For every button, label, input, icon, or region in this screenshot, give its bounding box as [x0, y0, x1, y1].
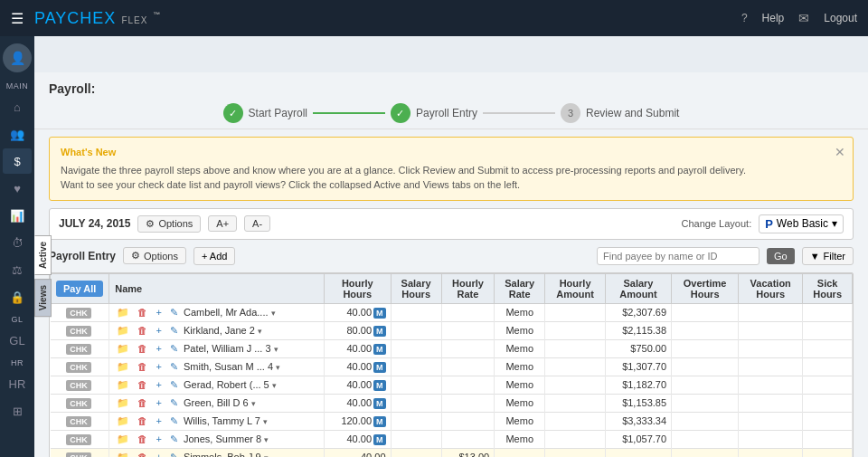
search-input[interactable] — [597, 247, 760, 265]
sidebar-item-people[interactable]: 👥 — [3, 121, 32, 147]
hamburger-icon[interactable]: ☰ — [11, 10, 24, 27]
add-row-icon[interactable]: + — [153, 451, 164, 458]
delete-icon[interactable]: 🗑 — [135, 396, 150, 409]
vacation-hours-cell — [739, 303, 803, 321]
add-row-icon[interactable]: + — [153, 396, 164, 409]
folder-icon[interactable]: 📁 — [114, 396, 132, 409]
table-row: CHK 📁 🗑 + ✎ Simmels, Bob J 9 ▾ 40.00$13.… — [51, 448, 853, 457]
add-row-icon[interactable]: + — [153, 414, 164, 427]
avatar: 👤 — [3, 43, 32, 72]
logo-flex: FLEX — [121, 15, 147, 25]
add-row-icon[interactable]: + — [153, 360, 164, 373]
side-tabs: Active Views — [34, 235, 52, 317]
hourly-hours-header: HourlyHours — [325, 273, 391, 303]
delete-icon[interactable]: 🗑 — [135, 342, 150, 355]
edit-icon[interactable]: ✎ — [167, 378, 181, 391]
add-button[interactable]: + Add — [193, 247, 235, 265]
row-code: CHK — [66, 362, 91, 373]
salary-hours-cell — [391, 321, 441, 339]
chevron-down-icon[interactable]: ▾ — [274, 345, 278, 354]
logout-link[interactable]: Logout — [824, 12, 857, 24]
filter-button[interactable]: ▼ Filter — [802, 247, 854, 265]
vacation-hours-cell — [739, 357, 803, 376]
add-row-icon[interactable]: + — [153, 378, 164, 391]
sidebar-item-gl[interactable]: GL — [3, 328, 32, 353]
delete-icon[interactable]: 🗑 — [135, 324, 150, 337]
hourly-amount-cell — [545, 321, 606, 339]
hourly-hours-cell: 40.00M — [325, 357, 391, 376]
chevron-down-icon[interactable]: ▾ — [264, 453, 269, 458]
sidebar-item-hr[interactable]: HR — [3, 371, 32, 396]
edit-icon[interactable]: ✎ — [167, 360, 181, 373]
folder-icon[interactable]: 📁 — [114, 360, 132, 373]
vacation-hours-cell — [739, 376, 803, 394]
message-icon[interactable]: ✉ — [798, 11, 809, 25]
views-tab[interactable]: Views — [34, 279, 52, 317]
delete-icon[interactable]: 🗑 — [135, 360, 150, 373]
chevron-down-icon[interactable]: ▾ — [258, 327, 262, 336]
date-options-button[interactable]: ⚙ Options — [137, 215, 201, 233]
delete-icon[interactable]: 🗑 — [135, 451, 150, 458]
delete-icon[interactable]: 🗑 — [135, 414, 150, 427]
edit-icon[interactable]: ✎ — [167, 342, 181, 355]
chevron-down-icon[interactable]: ▾ — [276, 363, 280, 372]
edit-icon[interactable]: ✎ — [167, 324, 181, 337]
pay-all-header: Pay All — [51, 273, 109, 303]
sidebar-item-reports[interactable]: 📊 — [3, 203, 32, 228]
entry-bar: Payroll Entry ⚙ Options + Add Go ▼ Filte… — [49, 243, 854, 269]
salary-rate-cell: Memo — [495, 376, 545, 394]
sick-hours-cell — [803, 412, 853, 430]
folder-icon[interactable]: 📁 — [114, 378, 132, 391]
edit-icon[interactable]: ✎ — [167, 306, 181, 319]
hourly-amount-cell — [545, 394, 606, 412]
delete-icon[interactable]: 🗑 — [135, 433, 150, 445]
delete-icon[interactable]: 🗑 — [135, 306, 150, 319]
decrease-font-button[interactable]: A- — [244, 215, 270, 232]
folder-icon[interactable]: 📁 — [114, 414, 132, 427]
entry-options-button[interactable]: ⚙ Options — [123, 247, 186, 264]
sidebar-item-grid[interactable]: ⊞ — [3, 398, 32, 424]
add-row-icon[interactable]: + — [153, 306, 164, 319]
chevron-down-icon[interactable]: ▾ — [264, 435, 269, 444]
filter-icon: ▼ — [810, 251, 820, 262]
gear-icon: ⚙ — [146, 218, 155, 230]
sidebar-section-hr: HR — [11, 358, 24, 367]
edit-icon[interactable]: ✎ — [167, 451, 181, 458]
sidebar-item-lock[interactable]: 🔒 — [3, 284, 32, 309]
edit-icon[interactable]: ✎ — [167, 396, 181, 409]
folder-icon[interactable]: 📁 — [114, 324, 132, 337]
increase-font-button[interactable]: A+ — [208, 215, 237, 232]
folder-icon[interactable]: 📁 — [114, 451, 132, 458]
active-tab[interactable]: Active — [34, 235, 52, 275]
sidebar-item-benefits[interactable]: ♥ — [3, 176, 32, 201]
page-title: Payroll: — [49, 81, 854, 96]
employee-name-text: Jones, Summer 8 — [184, 433, 261, 444]
folder-icon[interactable]: 📁 — [114, 342, 132, 355]
go-button[interactable]: Go — [767, 248, 795, 264]
close-icon[interactable]: ✕ — [835, 143, 845, 162]
pay-all-button[interactable]: Pay All — [56, 281, 103, 297]
layout-selector[interactable]: P Web Basic ▾ — [759, 214, 844, 233]
sidebar-item-time[interactable]: ⏱ — [3, 230, 32, 255]
sidebar-item-payroll[interactable]: $ — [3, 148, 32, 174]
edit-icon[interactable]: ✎ — [167, 433, 181, 445]
add-row-icon[interactable]: + — [153, 324, 164, 337]
whats-new-line2: Want to see your check date list and pay… — [61, 177, 842, 193]
add-row-icon[interactable]: + — [153, 342, 164, 355]
folder-icon[interactable]: 📁 — [114, 306, 132, 319]
chevron-down-icon[interactable]: ▾ — [271, 309, 276, 318]
chevron-down-icon[interactable]: ▾ — [263, 417, 268, 426]
delete-icon[interactable]: 🗑 — [135, 378, 150, 391]
salary-amount-cell: $2,115.38 — [605, 321, 671, 339]
payroll-entry-label: Payroll Entry — [49, 250, 116, 262]
edit-icon[interactable]: ✎ — [167, 414, 181, 427]
sidebar-item-home[interactable]: ⌂ — [3, 94, 32, 119]
chevron-down-icon[interactable]: ▾ — [251, 399, 256, 408]
folder-icon[interactable]: 📁 — [114, 433, 132, 445]
salary-rate-cell: Memo — [495, 394, 545, 412]
sidebar-item-compliance[interactable]: ⚖ — [3, 257, 32, 282]
help-link[interactable]: Help — [762, 12, 785, 24]
chevron-down-icon[interactable]: ▾ — [272, 381, 277, 390]
top-nav-right: ? Help ✉ Logout — [741, 11, 857, 25]
add-row-icon[interactable]: + — [153, 433, 164, 445]
